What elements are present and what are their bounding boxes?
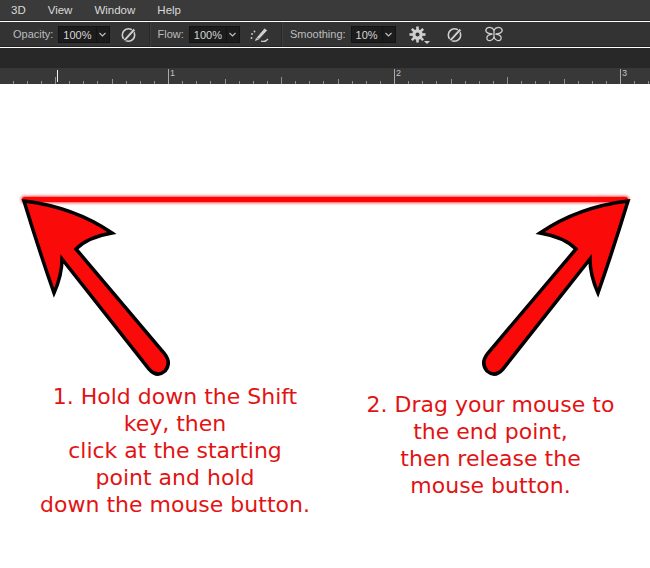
menu-bar: 3D View Window Help	[0, 0, 650, 21]
instruction-step-1: 1. Hold down the Shift key, then click a…	[15, 383, 335, 518]
horizontal-ruler: 123	[0, 68, 650, 84]
photoshop-window: 3D View Window Help Opacity: 100% Flow: …	[0, 0, 650, 568]
ruler-tick	[168, 69, 169, 84]
paint-symmetry-butterfly-icon[interactable]	[484, 26, 504, 43]
document-tab-strip	[0, 48, 650, 68]
size-pressure-icon[interactable]	[445, 25, 464, 44]
arrow-to-end-point	[476, 195, 636, 385]
instruction-step-2: 2. Drag your mouse to the end point, the…	[338, 391, 643, 499]
ruler-tick	[620, 69, 621, 84]
instruction-line: click at the starting	[15, 437, 335, 464]
flow-label: Flow:	[158, 28, 184, 40]
flow-input[interactable]: 100%	[189, 26, 226, 43]
opacity-input[interactable]: 100%	[58, 26, 95, 43]
ruler-unit-label: 1	[170, 68, 175, 78]
menu-item-3d[interactable]: 3D	[11, 4, 26, 16]
instruction-line: 2. Drag your mouse to	[338, 391, 643, 418]
brush-options-bar: Opacity: 100% Flow: 100%	[0, 22, 650, 47]
airbrush-icon[interactable]	[249, 25, 270, 43]
arrow-to-start-point	[16, 195, 176, 385]
opacity-label: Opacity:	[13, 28, 53, 40]
smoothing-label: Smoothing:	[290, 28, 346, 40]
ruler-tick	[394, 69, 395, 84]
ruler-tick	[507, 77, 508, 84]
document-canvas[interactable]: 1. Hold down the Shift key, then click a…	[0, 84, 650, 568]
instruction-line: down the mouse button.	[15, 491, 335, 518]
gear-menu-caret	[424, 41, 430, 44]
ruler-unit-label: 2	[396, 68, 401, 78]
menu-item-view[interactable]: View	[48, 4, 73, 16]
instruction-line: the end point,	[338, 418, 643, 445]
opacity-dropdown-button[interactable]	[96, 26, 110, 43]
instruction-line: mouse button.	[338, 472, 643, 499]
ruler-cursor-marker	[57, 70, 58, 82]
flow-dropdown-button[interactable]	[226, 26, 240, 43]
chevron-down-icon	[99, 32, 106, 37]
instruction-line: then release the	[338, 445, 643, 472]
ruler-tick	[55, 77, 56, 84]
divider	[150, 22, 151, 47]
divider	[282, 22, 283, 47]
ruler-unit-label: 3	[622, 68, 627, 78]
chevron-down-icon	[385, 32, 392, 37]
smoothing-input[interactable]: 10%	[351, 26, 382, 43]
ruler-tick	[281, 77, 282, 84]
brush-settings-gear-icon[interactable]	[409, 26, 426, 43]
opacity-pressure-icon[interactable]	[119, 25, 138, 44]
instruction-line: key, then	[15, 410, 335, 437]
instruction-line: point and hold	[15, 464, 335, 491]
menu-item-help[interactable]: Help	[157, 4, 181, 16]
chevron-down-icon	[229, 32, 236, 37]
instruction-line: 1. Hold down the Shift	[15, 383, 335, 410]
menu-item-window[interactable]: Window	[94, 4, 135, 16]
smoothing-dropdown-button[interactable]	[382, 26, 396, 43]
